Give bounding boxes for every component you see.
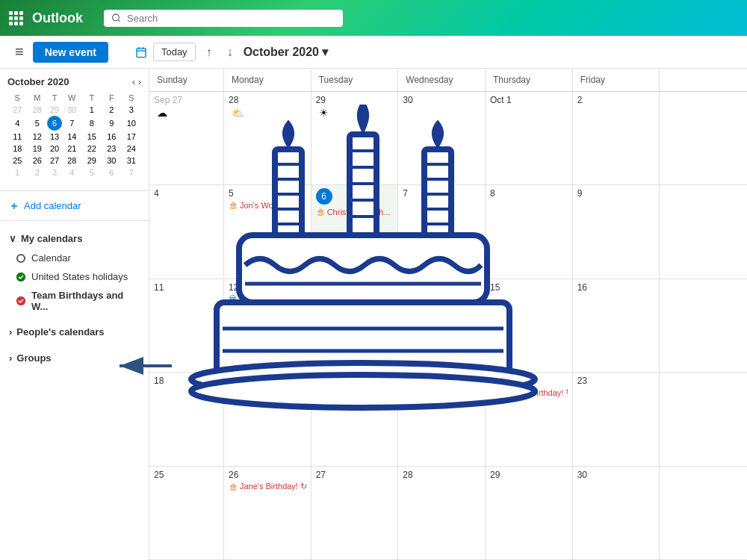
- event-item[interactable]: 🎂Sarah's Birthday!↻: [490, 388, 568, 397]
- mini-cal-day[interactable]: 19: [28, 143, 48, 155]
- mini-cal-day[interactable]: 31: [122, 155, 142, 167]
- mini-cal-day[interactable]: 6: [102, 167, 122, 178]
- cal-cell[interactable]: 16: [573, 279, 660, 372]
- cal-cell[interactable]: 23: [573, 373, 660, 465]
- cal-cell[interactable]: 20: [311, 373, 399, 465]
- mini-cal-day[interactable]: 4: [7, 116, 28, 131]
- event-item[interactable]: 🏛Columbus Day...: [229, 294, 306, 303]
- cal-cell[interactable]: 13: [311, 279, 399, 372]
- sidebar-item-holidays[interactable]: United States holidays: [0, 267, 149, 286]
- cal-cell[interactable]: 12🏛Columbus Day...: [224, 279, 311, 372]
- mini-cal-day[interactable]: 10: [122, 116, 142, 131]
- mini-cal-day[interactable]: 28: [28, 104, 48, 116]
- mini-cal-day[interactable]: 8: [82, 116, 102, 131]
- mini-cal-day[interactable]: 11: [7, 131, 28, 143]
- mini-cal-day[interactable]: 3: [47, 167, 62, 178]
- mini-cal-day[interactable]: 2: [102, 104, 122, 116]
- cal-cell[interactable]: 5🎂Jon's Work...↻: [224, 185, 311, 278]
- calendar-header: Sunday Monday Tuesday Wednesday Thursday…: [149, 69, 747, 92]
- mini-cal-day[interactable]: 14: [62, 131, 82, 143]
- mini-cal-day[interactable]: 1: [82, 104, 102, 116]
- mini-cal-day[interactable]: 1: [7, 167, 28, 178]
- mini-cal-day[interactable]: 27: [7, 104, 28, 116]
- cal-cell[interactable]: 19: [224, 373, 311, 465]
- next-month-button[interactable]: ↓: [223, 44, 238, 60]
- mini-cal-day[interactable]: 25: [7, 155, 28, 167]
- cal-cell[interactable]: 6🎂Christop... Birth...↻: [311, 185, 399, 278]
- cal-cell[interactable]: 4: [149, 185, 224, 278]
- cal-cell[interactable]: 21: [398, 373, 486, 465]
- add-calendar-button[interactable]: Add calendar: [0, 196, 149, 216]
- mini-cal-day[interactable]: 29: [47, 104, 62, 116]
- mini-cal-day[interactable]: 15: [82, 131, 102, 143]
- cal-cell[interactable]: 2: [573, 92, 660, 184]
- mini-cal-day[interactable]: 24: [122, 143, 142, 155]
- sidebar-item-calendar[interactable]: Calendar: [0, 249, 149, 267]
- mini-cal-day[interactable]: 17: [122, 131, 142, 143]
- cal-cell[interactable]: 18: [149, 373, 224, 465]
- mini-cal-day[interactable]: 6: [47, 116, 62, 131]
- mini-cal-day[interactable]: 12: [28, 131, 48, 143]
- mini-cal-day[interactable]: 18: [7, 143, 28, 155]
- cal-cell[interactable]: 11: [149, 279, 224, 372]
- mini-cal-day[interactable]: 4: [62, 167, 82, 178]
- mini-cal-day[interactable]: 29: [82, 155, 102, 167]
- month-title[interactable]: October 2020 ▾: [244, 45, 328, 59]
- cal-cell[interactable]: 30: [398, 92, 486, 184]
- prev-month-button[interactable]: ↑: [202, 44, 217, 60]
- event-item[interactable]: 🎂Jane's Birthday!↻: [229, 482, 306, 491]
- event-item[interactable]: 🎂Christop... Birth...↻: [316, 207, 394, 217]
- calendar-dot: [16, 254, 25, 263]
- mini-prev-month[interactable]: ‹: [132, 76, 135, 87]
- search-input[interactable]: [127, 13, 335, 24]
- cal-cell[interactable]: 28: [398, 467, 486, 559]
- peoples-calendars-header[interactable]: › People's calendars: [0, 322, 149, 342]
- mini-cal-day[interactable]: 20: [47, 143, 62, 155]
- cal-cell[interactable]: 8: [486, 185, 573, 278]
- mini-week-row: 18192021222324: [7, 143, 141, 155]
- new-event-button[interactable]: New event: [33, 42, 108, 63]
- cal-cell[interactable]: 29☀: [311, 92, 399, 184]
- groups-header[interactable]: › Groups: [0, 348, 149, 368]
- mini-cal-day[interactable]: 26: [28, 155, 48, 167]
- cal-cell[interactable]: 14: [398, 279, 486, 372]
- mini-cal-day[interactable]: 27: [47, 155, 62, 167]
- mini-cal-day[interactable]: 7: [62, 116, 82, 131]
- svg-line-1: [118, 20, 120, 22]
- cal-cell[interactable]: 30: [573, 467, 660, 559]
- mini-cal-day[interactable]: 7: [122, 167, 142, 178]
- mini-cal-day[interactable]: 23: [102, 143, 122, 155]
- cal-cell[interactable]: 7: [398, 185, 486, 278]
- app-grid-icon[interactable]: [9, 11, 23, 25]
- cal-cell[interactable]: 28⛅: [224, 92, 311, 184]
- cal-cell[interactable]: 22🎂Sarah's Birthday!↻: [486, 373, 573, 465]
- mini-cal-day[interactable]: 21: [62, 143, 82, 155]
- mini-cal-day[interactable]: 5: [28, 116, 48, 131]
- cal-cell[interactable]: 15: [486, 279, 573, 372]
- cal-cell[interactable]: 26🎂Jane's Birthday!↻: [224, 467, 311, 559]
- mini-cal-day[interactable]: 28: [62, 155, 82, 167]
- week-row: 4 5🎂Jon's Work...↻ 6🎂Christop... Birth..…: [149, 185, 747, 279]
- mini-next-month[interactable]: ›: [138, 76, 141, 87]
- sidebar-item-birthdays[interactable]: Team Birthdays and W...: [0, 286, 149, 316]
- hamburger-icon[interactable]: ≡: [12, 40, 27, 63]
- cal-cell[interactable]: Sep 27☁: [149, 92, 224, 184]
- mini-cal-day[interactable]: 22: [82, 143, 102, 155]
- cal-cell[interactable]: 29: [486, 467, 573, 559]
- mini-cal-day[interactable]: 30: [102, 155, 122, 167]
- cal-cell[interactable]: Oct 1: [486, 92, 573, 184]
- mini-week-row: 25262728293031: [7, 155, 141, 167]
- cal-cell[interactable]: 27: [311, 467, 399, 559]
- mini-cal-day[interactable]: 9: [102, 116, 122, 131]
- mini-cal-day[interactable]: 3: [122, 104, 142, 116]
- my-calendars-header[interactable]: ∨ My calendars: [0, 228, 149, 249]
- mini-cal-day[interactable]: 13: [47, 131, 62, 143]
- mini-cal-day[interactable]: 16: [102, 131, 122, 143]
- mini-cal-day[interactable]: 30: [62, 104, 82, 116]
- mini-cal-day[interactable]: 5: [82, 167, 102, 178]
- cal-cell[interactable]: 25: [149, 467, 224, 559]
- today-button[interactable]: Today: [153, 43, 196, 61]
- event-item[interactable]: 🎂Jon's Work...↻: [229, 200, 306, 210]
- mini-cal-day[interactable]: 2: [28, 167, 48, 178]
- cal-cell[interactable]: 9: [573, 185, 660, 278]
